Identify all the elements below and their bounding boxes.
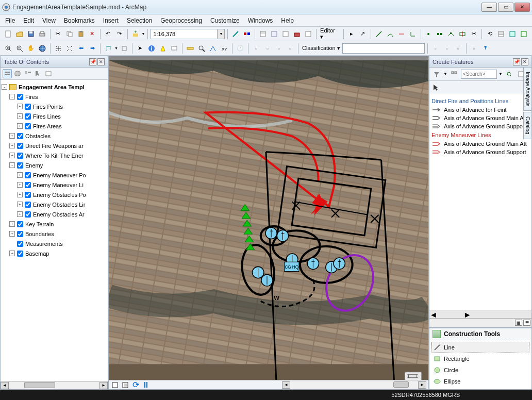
scroll-thumb[interactable]	[24, 382, 55, 388]
straight-segment-icon[interactable]	[374, 29, 384, 39]
create-features-icon[interactable]	[519, 29, 529, 39]
ct-line[interactable]: Line	[431, 342, 529, 353]
layer-checkbox[interactable]	[17, 133, 23, 139]
map-canvas[interactable]: CG HQ W	[109, 56, 428, 389]
find-route-icon[interactable]	[208, 43, 218, 54]
hyperlink-icon[interactable]	[158, 43, 168, 54]
zoom-in-icon[interactable]	[3, 43, 13, 54]
layer-checkbox[interactable]	[17, 231, 23, 237]
menu-geoprocessing[interactable]: Geoprocessing	[160, 17, 202, 24]
cf-filter-icon[interactable]	[431, 69, 442, 79]
paste-icon[interactable]	[76, 29, 86, 39]
layout-view-icon[interactable]	[121, 381, 129, 389]
expand-icon[interactable]: +	[17, 211, 23, 217]
trace-icon[interactable]	[396, 29, 407, 39]
cut-icon[interactable]: ✂	[53, 29, 63, 39]
layer-checkbox[interactable]	[17, 153, 23, 159]
cf-scroll-right-icon[interactable]: ►	[463, 310, 472, 318]
arc-segment-icon[interactable]	[385, 29, 395, 39]
list-by-source-icon[interactable]	[13, 69, 22, 78]
pan-icon[interactable]: ✋	[26, 43, 36, 54]
identify-icon[interactable]: i	[146, 43, 157, 54]
scroll-right-icon[interactable]: ►	[99, 382, 108, 389]
toc-node[interactable]: -Enemy	[2, 160, 107, 170]
layer-checkbox[interactable]	[17, 221, 23, 227]
add-layer-icon[interactable]	[303, 29, 313, 39]
full-extent-icon[interactable]	[37, 43, 47, 54]
model-builder-icon[interactable]	[242, 29, 252, 39]
menu-file[interactable]: File	[5, 17, 15, 24]
create-viewer-icon[interactable]: ▫	[251, 43, 261, 54]
scale-dropdown-icon[interactable]: ▼	[218, 29, 225, 39]
data-view-icon[interactable]	[111, 381, 119, 389]
undo-icon[interactable]: ↶	[103, 29, 113, 39]
expand-icon[interactable]: +	[9, 251, 15, 256]
class-tool1-icon[interactable]: ▫	[430, 43, 441, 54]
expand-icon[interactable]: +	[17, 123, 23, 129]
editor-dropdown[interactable]: Editor ▾	[319, 27, 341, 40]
cf-item-feint[interactable]: Axis of Advance for Feint	[431, 106, 529, 114]
toc-node[interactable]: -Fires	[2, 92, 107, 102]
cf-item-main[interactable]: Axis of Advance Ground Main Att	[431, 114, 529, 122]
toc-hscroll[interactable]: ◄ ►	[1, 381, 108, 389]
ct-rectangle[interactable]: Rectangle	[431, 353, 529, 364]
class-tool3-icon[interactable]: ▫	[453, 43, 463, 54]
expand-icon[interactable]: +	[17, 104, 23, 109]
class-tool4-icon[interactable]: ▫	[469, 43, 479, 54]
expand-icon[interactable]: +	[17, 192, 23, 197]
search-window-icon[interactable]	[269, 29, 279, 39]
html-popup-icon[interactable]	[169, 43, 179, 54]
redo-icon[interactable]: ↷	[114, 29, 125, 39]
layer-checkbox[interactable]	[25, 202, 31, 208]
viewer-icon[interactable]: ▫	[262, 43, 273, 54]
toc-node[interactable]: +Obstacles	[2, 131, 107, 141]
classification-input[interactable]	[342, 43, 425, 54]
menu-insert[interactable]: Insert	[103, 17, 119, 24]
open-icon[interactable]	[14, 29, 25, 39]
delete-icon[interactable]: ✕	[87, 29, 97, 39]
toc-node[interactable]: Measurements	[2, 239, 107, 248]
edit-vertices-icon[interactable]	[435, 29, 445, 39]
classification-dropdown[interactable]: Classification ▾	[301, 45, 341, 52]
zoom-out-icon[interactable]	[14, 43, 25, 54]
toc-node[interactable]: +Basemap	[2, 248, 107, 258]
cf-pin-icon[interactable]: 📌	[513, 58, 520, 65]
class-tool2-icon[interactable]: ▫	[442, 43, 452, 54]
map-view[interactable]: CG HQ W ⟳ ⏸ ◄►	[108, 56, 429, 390]
cf-select-arrow-icon[interactable]	[431, 82, 441, 93]
fixed-zoom-in-icon[interactable]	[53, 43, 63, 54]
expand-icon[interactable]: -	[9, 94, 15, 99]
menu-selection[interactable]: Selection	[127, 17, 152, 24]
right-angle-icon[interactable]	[408, 29, 418, 39]
toc-node[interactable]: +Fires Areas	[2, 121, 107, 131]
menu-customize[interactable]: Customize	[210, 17, 240, 24]
time-slider-icon[interactable]: 🕐	[235, 43, 245, 54]
toc-node[interactable]: +Enemy Obstacles Lir	[2, 199, 107, 209]
toc-node[interactable]: +Enemy Obstacles Ar	[2, 209, 107, 219]
side-tab-catalog[interactable]: Catalog	[523, 112, 532, 139]
expand-icon[interactable]: +	[9, 231, 15, 237]
pin-icon[interactable]	[480, 43, 491, 54]
side-tab-image-analysis[interactable]: Image Analysis	[523, 67, 532, 111]
layer-checkbox[interactable]	[17, 162, 23, 169]
toc-node[interactable]: +Where To Kill The Ener	[2, 151, 107, 160]
split-icon[interactable]: ✂	[469, 29, 479, 39]
toolbox-icon[interactable]	[292, 29, 302, 39]
cf-scroll-left-icon[interactable]: ◄	[429, 310, 438, 318]
add-data-icon[interactable]: +	[130, 29, 141, 39]
measure-icon[interactable]	[185, 43, 195, 54]
toc-node[interactable]: +Boundaries	[2, 229, 107, 239]
clear-selection-icon[interactable]	[119, 43, 129, 54]
cf-item-enemy-support[interactable]: Axis of Advance Ground Support	[431, 148, 529, 156]
options-icon[interactable]	[44, 69, 53, 78]
expand-icon[interactable]: +	[17, 113, 23, 119]
toc-pin-icon[interactable]: 📌	[89, 58, 96, 65]
layer-checkbox[interactable]	[25, 172, 31, 178]
cf-search-input[interactable]	[461, 70, 497, 79]
refresh-icon[interactable]: ⟳	[131, 381, 140, 389]
cf-item-enemy-main[interactable]: Axis of Advance Ground Main Att	[431, 140, 529, 148]
expand-icon[interactable]: +	[9, 153, 15, 158]
layer-checkbox[interactable]	[25, 192, 31, 198]
select-elements-icon[interactable]: ➤	[135, 43, 145, 54]
menu-help[interactable]: Help	[281, 17, 294, 24]
